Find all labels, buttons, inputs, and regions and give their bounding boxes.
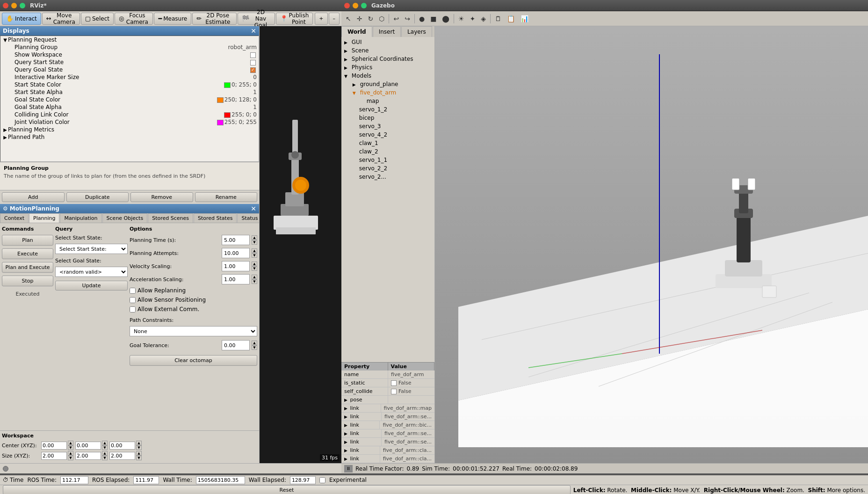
- mp-close-btn[interactable]: ✕: [251, 205, 256, 212]
- center-y-up[interactable]: ▲: [102, 441, 108, 445]
- gz-tab-layers[interactable]: Layers: [401, 26, 432, 37]
- move-camera-btn[interactable]: ↔ Move Camera: [42, 13, 80, 25]
- rviz-menu-btn[interactable]: –: [329, 13, 340, 25]
- gz-rotate-tool-btn[interactable]: ↻: [365, 13, 376, 24]
- plan-and-execute-btn[interactable]: Plan and Execute: [2, 262, 53, 273]
- gz-prop-name[interactable]: name five_dof_arm: [341, 370, 434, 379]
- center-x-input[interactable]: [41, 442, 67, 450]
- tree-query-goal[interactable]: Query Goal State: [0, 66, 259, 73]
- wall-elapsed-input[interactable]: [290, 476, 316, 484]
- gz-item-five-dof-arm[interactable]: ▼ five_dot_arm: [342, 88, 434, 97]
- stop-btn[interactable]: Stop: [2, 276, 53, 286]
- center-x-up[interactable]: ▲: [68, 441, 73, 445]
- experimental-checkbox[interactable]: [319, 477, 326, 483]
- gz-point-light-btn[interactable]: ✦: [468, 13, 478, 24]
- gz-sphere-btn[interactable]: ●: [417, 13, 427, 24]
- gz-prop-link-1[interactable]: ▶ link five_dof_arm::map: [341, 404, 434, 413]
- planning-time-up[interactable]: ▲: [252, 235, 257, 240]
- size-z-up[interactable]: ▲: [136, 451, 142, 456]
- add-display-btn[interactable]: Add: [2, 192, 65, 202]
- tab-stored-states[interactable]: Stored States: [194, 213, 237, 223]
- gz-screenshot-btn[interactable]: 🗒: [492, 13, 504, 24]
- tree-planning-request[interactable]: ▼ Planning Request: [0, 36, 259, 44]
- tree-start-color[interactable]: Start State Color 0; 255; 0: [0, 81, 259, 88]
- gz-item-physics[interactable]: ▶ Physics: [342, 63, 434, 72]
- is-static-checkbox[interactable]: [391, 380, 397, 386]
- rviz-add-panel-btn[interactable]: +: [315, 13, 327, 25]
- gz-item-claw-2[interactable]: claw_2: [342, 147, 434, 156]
- tab-scene-objects[interactable]: Scene Objects: [102, 213, 148, 223]
- tab-context[interactable]: Context: [0, 213, 29, 223]
- tree-marker-size[interactable]: Interactive Marker Size 0: [0, 73, 259, 81]
- size-y-up[interactable]: ▲: [102, 451, 108, 456]
- gz-min-btn[interactable]: [353, 3, 358, 8]
- gz-prop-pose[interactable]: ▶ pose: [341, 396, 434, 404]
- gz-prop-link-5[interactable]: ▶ link five_dof_arm::se...: [341, 438, 434, 446]
- center-x-down[interactable]: ▼: [68, 445, 73, 450]
- planning-attempts-input[interactable]: [222, 248, 250, 258]
- tree-planned-path[interactable]: ▶ Planned Path: [0, 133, 259, 141]
- center-z-up[interactable]: ▲: [136, 441, 142, 445]
- gz-select-tool-btn[interactable]: ↖: [343, 13, 354, 24]
- nav-goal-btn[interactable]: 🏁 2D Nav Goal: [238, 13, 275, 25]
- gz-pause-btn[interactable]: ⏸: [344, 465, 353, 472]
- allow-sensor-checkbox[interactable]: [130, 297, 136, 303]
- gz-item-map[interactable]: map: [342, 97, 434, 105]
- rviz-max-btn[interactable]: [20, 3, 25, 8]
- velocity-scaling-input[interactable]: [222, 261, 250, 271]
- acceleration-down[interactable]: ▼: [252, 279, 257, 284]
- size-y-input[interactable]: [75, 452, 101, 460]
- gz-item-claw-1[interactable]: claw_1: [342, 139, 434, 147]
- gz-max-btn[interactable]: [361, 3, 367, 8]
- query-goal-checkbox[interactable]: [250, 67, 256, 73]
- size-x-up[interactable]: ▲: [68, 451, 73, 456]
- tree-colliding-color[interactable]: Colliding Link Color 255; 0; 0: [0, 111, 259, 118]
- center-y-input[interactable]: [75, 442, 101, 450]
- path-constraints-select[interactable]: None: [130, 326, 257, 336]
- gz-prop-link-2[interactable]: ▶ link five_dof_arm::se...: [341, 413, 434, 421]
- start-state-select[interactable]: Select Start State:: [55, 244, 128, 254]
- size-y-down[interactable]: ▼: [102, 456, 108, 460]
- execute-btn[interactable]: Execute: [2, 248, 53, 259]
- tree-query-start[interactable]: Query Start State: [0, 58, 259, 66]
- select-btn[interactable]: ▢ Select: [81, 13, 114, 25]
- tab-status[interactable]: Status: [237, 213, 259, 223]
- rviz-min-btn[interactable]: [11, 3, 17, 8]
- gz-redo-btn[interactable]: ↪: [402, 13, 412, 24]
- gz-close-btn[interactable]: [344, 3, 350, 8]
- measure-btn[interactable]: ━ Measure: [154, 13, 191, 25]
- gz-item-servo-4-2[interactable]: servo_4_2: [342, 131, 434, 139]
- planning-time-input[interactable]: [222, 235, 250, 245]
- tree-start-alpha[interactable]: Start State Alpha 1: [0, 88, 259, 96]
- gz-prop-link-3[interactable]: ▶ link five_dof_arm::bic...: [341, 421, 434, 429]
- gz-prop-link-6[interactable]: ▶ link five_dof_arm::cla...: [341, 446, 434, 455]
- center-z-input[interactable]: [109, 442, 135, 450]
- gz-chart-btn[interactable]: 📊: [518, 13, 531, 24]
- gz-cylinder-btn[interactable]: ⬤: [440, 13, 452, 24]
- tree-goal-color[interactable]: Goal State Color 250; 128; 0: [0, 96, 259, 103]
- clear-octomap-btn[interactable]: Clear octomap: [130, 355, 257, 366]
- acceleration-up[interactable]: ▲: [252, 275, 257, 279]
- gz-box-btn[interactable]: ■: [428, 13, 439, 24]
- size-z-input[interactable]: [109, 452, 135, 460]
- tab-planning[interactable]: Planning: [29, 213, 59, 223]
- gz-tab-insert[interactable]: Insert: [373, 26, 401, 37]
- allow-external-checkbox[interactable]: [130, 306, 136, 312]
- size-x-down[interactable]: ▼: [68, 456, 73, 460]
- gz-item-bicep[interactable]: bicep: [342, 114, 434, 122]
- publish-point-btn[interactable]: 📍 Publish Point: [276, 13, 313, 25]
- gz-item-servo-1-2[interactable]: servo_1_2: [342, 105, 434, 114]
- goal-tol-down[interactable]: ▼: [252, 345, 257, 350]
- acceleration-scaling-input[interactable]: [222, 274, 250, 284]
- goal-tol-up[interactable]: ▲: [252, 341, 257, 345]
- gz-item-models[interactable]: ▼ Models: [342, 72, 434, 80]
- reset-btn[interactable]: Reset: [3, 485, 571, 494]
- tree-planning-metrics[interactable]: ▶ Planning Metrics: [0, 126, 259, 133]
- velocity-up[interactable]: ▲: [252, 262, 257, 266]
- ros-elapsed-input[interactable]: [133, 476, 159, 484]
- tree-show-workspace[interactable]: Show Workspace: [0, 51, 259, 58]
- gz-item-servo-3[interactable]: servo_3: [342, 122, 434, 131]
- gz-prop-self-collide[interactable]: self_collide False: [341, 387, 434, 396]
- gz-tab-world[interactable]: World: [341, 26, 372, 37]
- gz-undo-btn[interactable]: ↩: [391, 13, 401, 24]
